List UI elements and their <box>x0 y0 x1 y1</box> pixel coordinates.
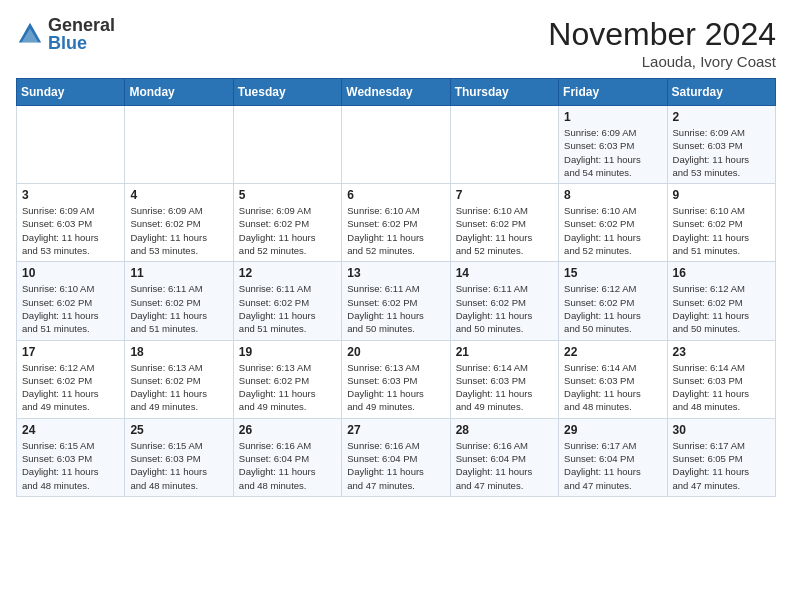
calendar-cell: 19Sunrise: 6:13 AM Sunset: 6:02 PM Dayli… <box>233 340 341 418</box>
day-info: Sunrise: 6:14 AM Sunset: 6:03 PM Dayligh… <box>564 361 661 414</box>
day-header-thursday: Thursday <box>450 79 558 106</box>
calendar-cell: 15Sunrise: 6:12 AM Sunset: 6:02 PM Dayli… <box>559 262 667 340</box>
day-number: 13 <box>347 266 444 280</box>
day-number: 19 <box>239 345 336 359</box>
day-info: Sunrise: 6:12 AM Sunset: 6:02 PM Dayligh… <box>673 282 770 335</box>
calendar-cell: 9Sunrise: 6:10 AM Sunset: 6:02 PM Daylig… <box>667 184 775 262</box>
day-info: Sunrise: 6:11 AM Sunset: 6:02 PM Dayligh… <box>456 282 553 335</box>
day-info: Sunrise: 6:10 AM Sunset: 6:02 PM Dayligh… <box>456 204 553 257</box>
calendar-cell: 18Sunrise: 6:13 AM Sunset: 6:02 PM Dayli… <box>125 340 233 418</box>
calendar-cell: 21Sunrise: 6:14 AM Sunset: 6:03 PM Dayli… <box>450 340 558 418</box>
day-info: Sunrise: 6:13 AM Sunset: 6:02 PM Dayligh… <box>130 361 227 414</box>
day-number: 18 <box>130 345 227 359</box>
day-number: 4 <box>130 188 227 202</box>
calendar-cell: 27Sunrise: 6:16 AM Sunset: 6:04 PM Dayli… <box>342 418 450 496</box>
day-number: 20 <box>347 345 444 359</box>
logo-blue-text: Blue <box>48 34 115 52</box>
day-info: Sunrise: 6:17 AM Sunset: 6:04 PM Dayligh… <box>564 439 661 492</box>
day-number: 17 <box>22 345 119 359</box>
day-number: 12 <box>239 266 336 280</box>
page: General Blue November 2024 Laouda, Ivory… <box>0 0 792 507</box>
day-info: Sunrise: 6:09 AM Sunset: 6:02 PM Dayligh… <box>239 204 336 257</box>
calendar-cell <box>342 106 450 184</box>
calendar-cell: 1Sunrise: 6:09 AM Sunset: 6:03 PM Daylig… <box>559 106 667 184</box>
logo-icon <box>16 20 44 48</box>
day-header-monday: Monday <box>125 79 233 106</box>
day-number: 16 <box>673 266 770 280</box>
day-number: 14 <box>456 266 553 280</box>
calendar-cell <box>17 106 125 184</box>
day-info: Sunrise: 6:13 AM Sunset: 6:03 PM Dayligh… <box>347 361 444 414</box>
calendar-cell: 3Sunrise: 6:09 AM Sunset: 6:03 PM Daylig… <box>17 184 125 262</box>
day-info: Sunrise: 6:16 AM Sunset: 6:04 PM Dayligh… <box>456 439 553 492</box>
day-header-tuesday: Tuesday <box>233 79 341 106</box>
header: General Blue November 2024 Laouda, Ivory… <box>16 16 776 70</box>
day-number: 8 <box>564 188 661 202</box>
day-number: 10 <box>22 266 119 280</box>
logo-general-text: General <box>48 16 115 34</box>
calendar-cell: 29Sunrise: 6:17 AM Sunset: 6:04 PM Dayli… <box>559 418 667 496</box>
day-info: Sunrise: 6:09 AM Sunset: 6:03 PM Dayligh… <box>22 204 119 257</box>
calendar-cell: 6Sunrise: 6:10 AM Sunset: 6:02 PM Daylig… <box>342 184 450 262</box>
day-info: Sunrise: 6:15 AM Sunset: 6:03 PM Dayligh… <box>130 439 227 492</box>
day-number: 9 <box>673 188 770 202</box>
day-info: Sunrise: 6:14 AM Sunset: 6:03 PM Dayligh… <box>673 361 770 414</box>
day-header-sunday: Sunday <box>17 79 125 106</box>
calendar-cell: 12Sunrise: 6:11 AM Sunset: 6:02 PM Dayli… <box>233 262 341 340</box>
calendar-cell: 28Sunrise: 6:16 AM Sunset: 6:04 PM Dayli… <box>450 418 558 496</box>
calendar-cell <box>125 106 233 184</box>
calendar-cell: 11Sunrise: 6:11 AM Sunset: 6:02 PM Dayli… <box>125 262 233 340</box>
day-info: Sunrise: 6:09 AM Sunset: 6:03 PM Dayligh… <box>673 126 770 179</box>
day-info: Sunrise: 6:10 AM Sunset: 6:02 PM Dayligh… <box>22 282 119 335</box>
day-info: Sunrise: 6:12 AM Sunset: 6:02 PM Dayligh… <box>564 282 661 335</box>
calendar-cell: 23Sunrise: 6:14 AM Sunset: 6:03 PM Dayli… <box>667 340 775 418</box>
week-row-3: 17Sunrise: 6:12 AM Sunset: 6:02 PM Dayli… <box>17 340 776 418</box>
day-number: 11 <box>130 266 227 280</box>
day-info: Sunrise: 6:13 AM Sunset: 6:02 PM Dayligh… <box>239 361 336 414</box>
calendar-cell: 13Sunrise: 6:11 AM Sunset: 6:02 PM Dayli… <box>342 262 450 340</box>
calendar-cell: 26Sunrise: 6:16 AM Sunset: 6:04 PM Dayli… <box>233 418 341 496</box>
day-info: Sunrise: 6:17 AM Sunset: 6:05 PM Dayligh… <box>673 439 770 492</box>
day-number: 24 <box>22 423 119 437</box>
logo-text: General Blue <box>48 16 115 52</box>
calendar-cell: 2Sunrise: 6:09 AM Sunset: 6:03 PM Daylig… <box>667 106 775 184</box>
day-number: 3 <box>22 188 119 202</box>
day-info: Sunrise: 6:10 AM Sunset: 6:02 PM Dayligh… <box>347 204 444 257</box>
day-header-wednesday: Wednesday <box>342 79 450 106</box>
location-title: Laouda, Ivory Coast <box>548 53 776 70</box>
month-title: November 2024 <box>548 16 776 53</box>
calendar-cell: 22Sunrise: 6:14 AM Sunset: 6:03 PM Dayli… <box>559 340 667 418</box>
calendar-cell: 24Sunrise: 6:15 AM Sunset: 6:03 PM Dayli… <box>17 418 125 496</box>
day-number: 28 <box>456 423 553 437</box>
day-info: Sunrise: 6:09 AM Sunset: 6:03 PM Dayligh… <box>564 126 661 179</box>
calendar-cell: 5Sunrise: 6:09 AM Sunset: 6:02 PM Daylig… <box>233 184 341 262</box>
day-number: 26 <box>239 423 336 437</box>
week-row-4: 24Sunrise: 6:15 AM Sunset: 6:03 PM Dayli… <box>17 418 776 496</box>
calendar-cell: 8Sunrise: 6:10 AM Sunset: 6:02 PM Daylig… <box>559 184 667 262</box>
day-info: Sunrise: 6:11 AM Sunset: 6:02 PM Dayligh… <box>239 282 336 335</box>
week-row-2: 10Sunrise: 6:10 AM Sunset: 6:02 PM Dayli… <box>17 262 776 340</box>
day-header-friday: Friday <box>559 79 667 106</box>
day-info: Sunrise: 6:11 AM Sunset: 6:02 PM Dayligh… <box>347 282 444 335</box>
calendar-cell: 25Sunrise: 6:15 AM Sunset: 6:03 PM Dayli… <box>125 418 233 496</box>
days-header-row: SundayMondayTuesdayWednesdayThursdayFrid… <box>17 79 776 106</box>
day-info: Sunrise: 6:10 AM Sunset: 6:02 PM Dayligh… <box>564 204 661 257</box>
day-number: 15 <box>564 266 661 280</box>
calendar-cell: 16Sunrise: 6:12 AM Sunset: 6:02 PM Dayli… <box>667 262 775 340</box>
day-number: 6 <box>347 188 444 202</box>
day-number: 27 <box>347 423 444 437</box>
day-number: 30 <box>673 423 770 437</box>
logo: General Blue <box>16 16 115 52</box>
day-number: 1 <box>564 110 661 124</box>
day-info: Sunrise: 6:09 AM Sunset: 6:02 PM Dayligh… <box>130 204 227 257</box>
day-info: Sunrise: 6:14 AM Sunset: 6:03 PM Dayligh… <box>456 361 553 414</box>
day-number: 29 <box>564 423 661 437</box>
day-number: 25 <box>130 423 227 437</box>
calendar-cell: 14Sunrise: 6:11 AM Sunset: 6:02 PM Dayli… <box>450 262 558 340</box>
day-info: Sunrise: 6:10 AM Sunset: 6:02 PM Dayligh… <box>673 204 770 257</box>
week-row-1: 3Sunrise: 6:09 AM Sunset: 6:03 PM Daylig… <box>17 184 776 262</box>
day-info: Sunrise: 6:16 AM Sunset: 6:04 PM Dayligh… <box>239 439 336 492</box>
day-number: 7 <box>456 188 553 202</box>
calendar-cell: 30Sunrise: 6:17 AM Sunset: 6:05 PM Dayli… <box>667 418 775 496</box>
calendar-cell: 4Sunrise: 6:09 AM Sunset: 6:02 PM Daylig… <box>125 184 233 262</box>
